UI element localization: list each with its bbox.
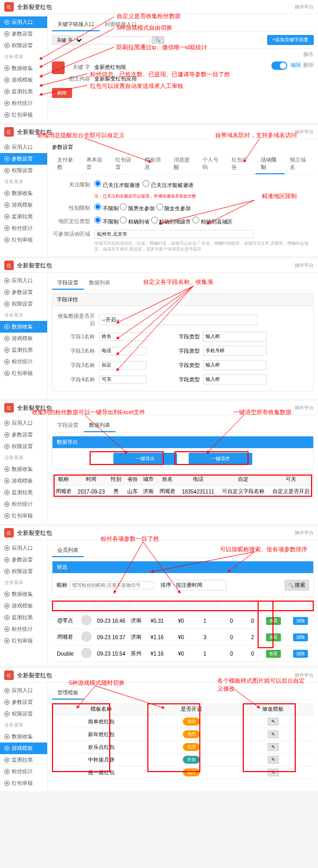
add-kw-btn[interactable]: +添加关键字回复 [267,35,314,45]
sidebar-review[interactable]: 红包审核 [0,368,47,379]
tab-msg[interactable]: 消息提醒 [169,154,198,174]
tab-manage[interactable]: 管理模板 [52,687,84,700]
clear-btn[interactable]: 清除 [293,633,308,641]
sidebar-stats[interactable]: 粉丝统计 [0,766,47,777]
sidebar-review[interactable]: 红包审核 [0,109,47,121]
view-btn[interactable]: 查看 [266,633,281,641]
sidebar-template[interactable]: 游戏模板 [0,742,47,754]
sidebar-template[interactable]: 游戏模板 [0,74,47,86]
gender-opt0[interactable]: 不限制 [94,203,119,212]
sidebar-entry[interactable]: 应用入口 [0,685,47,696]
search-btn[interactable]: 🔍 [152,36,164,44]
clear-btn[interactable]: 清除 [293,617,308,625]
edit-btn[interactable]: ✎ [268,756,279,764]
view-btn[interactable]: 查看 [266,617,281,625]
sidebar-entry[interactable]: 应用入口 [0,417,47,429]
export-btn[interactable]: 一键导出 [113,453,177,465]
sidebar-review[interactable]: 红包审核 [0,510,47,522]
delete-link[interactable]: 删除 [303,61,314,69]
sidebar-template[interactable]: 游戏模板 [0,333,47,344]
field-type-select[interactable]: 手机号框 [203,346,267,356]
sidebar-template[interactable]: 游戏模板 [0,475,47,487]
status-btn[interactable]: 关闭 [183,743,200,751]
tab-personal[interactable]: 个人号码 [197,154,226,174]
top-link[interactable]: 操作平台 [295,4,314,11]
view-btn[interactable]: 查看 [266,650,281,658]
area-input[interactable] [94,230,253,238]
sidebar-perm[interactable]: 权限设置 [0,40,47,51]
sidebar-params[interactable]: 参数设置 [0,28,47,40]
edit-btn[interactable]: ✎ [268,718,279,726]
sidebar-entry[interactable]: 应用入口 [0,542,47,554]
gender-opt1[interactable]: 限男生参加 [120,203,155,212]
tab-basic[interactable]: 基本设置 [81,154,110,174]
sidebar-collect[interactable]: 数据收集 [0,62,47,74]
sidebar-monitor[interactable]: 监测拉黑 [0,487,47,498]
sidebar-stats[interactable]: 粉丝统计 [0,356,47,368]
sidebar-monitor[interactable]: 监测拉黑 [0,612,47,623]
field-name-input[interactable] [99,361,147,370]
edit-link[interactable]: 编辑 [290,61,301,69]
edit-btn[interactable]: ✎ [268,730,279,738]
sidebar-review[interactable]: 红包审核 [0,777,47,789]
nick-input[interactable] [69,581,154,589]
tab-limit[interactable]: 活动限制 [255,154,285,174]
sidebar-collect[interactable]: 数据收集 [0,588,47,600]
sidebar-monitor[interactable]: 监测拉黑 [0,211,47,222]
sidebar-collect[interactable]: 数据收集 [0,187,47,199]
sidebar-collect[interactable]: 数据收集 [0,463,47,475]
sidebar-template[interactable]: 游戏模板 [0,199,47,211]
region-opt3[interactable]: 精确到县城区 [192,217,233,226]
tab-fields[interactable]: 字段设置 [52,419,84,432]
search-btn[interactable]: 🔍 搜索 [285,580,309,590]
search-input[interactable] [86,36,149,44]
gender-opt2[interactable]: 限女生参加 [156,203,191,212]
status-btn[interactable]: 开启 [183,756,200,764]
clear-btn[interactable]: 一键清空 [189,453,252,465]
sidebar-stats[interactable]: 粉丝统计 [0,498,47,510]
status-btn[interactable]: 关闭 [183,768,200,776]
tab-cover[interactable]: 封面链接入口 [100,19,142,31]
tab-domain[interactable]: 独立域名 [285,154,314,174]
tab-data[interactable]: 数据列表 [84,419,116,432]
search-type[interactable]: 关键 字 [52,35,84,45]
sidebar-params[interactable]: 参数设置 [0,153,47,165]
field-type-select[interactable]: 输入框 [203,360,267,370]
sidebar-params[interactable]: 参数设置 [0,554,47,566]
tab-pay[interactable]: 支付参数 [52,154,81,174]
tab-ad[interactable]: 红包广告 [226,154,255,174]
sort-select[interactable]: 按注册时间 [173,580,226,590]
status-btn[interactable]: 关闭 [183,730,200,738]
edit-btn[interactable]: ✎ [268,743,279,751]
edit-btn[interactable]: ✎ [268,768,279,776]
sidebar-perm[interactable]: 权限设置 [0,298,47,310]
sidebar-perm[interactable]: 权限设置 [0,441,47,452]
sidebar-params[interactable]: 参数设置 [0,287,47,298]
sidebar-stats[interactable]: 粉丝统计 [0,222,47,234]
follow-opt2[interactable]: 已关注才能被邀请 [143,180,193,189]
sidebar-review[interactable]: 红包审核 [0,635,47,647]
region-opt1[interactable]: 精确到省 [120,217,149,226]
clear-btn[interactable]: 清除 [293,650,308,658]
sidebar-stats[interactable]: 粉丝统计 [0,623,47,635]
sidebar-template[interactable]: 游戏模板 [0,600,47,612]
sidebar-monitor[interactable]: 监测拉黑 [0,754,47,766]
enable-select[interactable]: --开启-- [99,315,258,325]
sidebar-perm[interactable]: 权限设置 [0,165,47,176]
region-opt2[interactable]: 精确到地级市 [151,217,191,226]
field-name-input[interactable] [99,347,147,355]
sidebar-stats[interactable]: 粉丝统计 [0,97,47,109]
follow-opt1[interactable]: 已关注才能邀请 [94,180,140,189]
sidebar-monitor[interactable]: 监测拉黑 [0,344,47,356]
toggle[interactable] [271,61,287,70]
region-opt0[interactable]: 不限制 [94,217,119,226]
field-type-select[interactable]: 输入框 [203,374,267,384]
tab-fields[interactable]: 字段设置 [52,277,84,290]
delete-btn[interactable]: 删除 [52,88,72,98]
sidebar-entry[interactable]: 应用入口 [0,141,47,153]
tab-kw[interactable]: 关键字链接入口 [52,19,100,31]
sidebar-collect[interactable]: 数据收集 [0,321,47,333]
tab-tpl[interactable]: 模板消息 [139,154,169,174]
sidebar-entry[interactable]: 应用入口 [0,275,47,287]
sidebar-collect[interactable]: 数据收集 [0,731,47,742]
